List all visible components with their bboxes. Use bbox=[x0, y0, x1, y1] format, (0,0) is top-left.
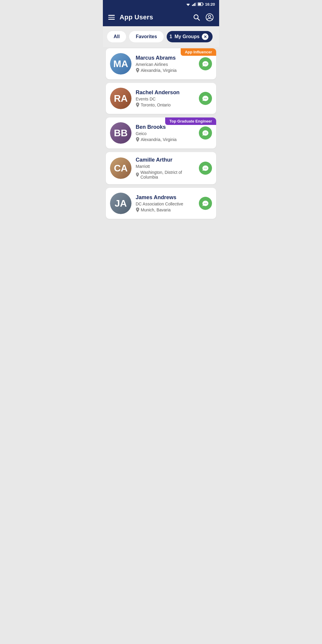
avatar: RA bbox=[110, 88, 131, 109]
chat-icon bbox=[202, 130, 209, 136]
user-location: Alexandria, Virginia bbox=[136, 137, 196, 142]
user-company: DC Association Collective bbox=[136, 202, 196, 206]
user-info: Marcus Abrams American Airlines Alexandr… bbox=[136, 55, 196, 73]
wifi-icon bbox=[186, 2, 191, 6]
svg-point-14 bbox=[205, 64, 206, 64]
avatar: BB bbox=[110, 122, 131, 144]
user-location: Toronto, Ontario bbox=[136, 103, 196, 107]
mygroups-close-icon[interactable]: ✕ bbox=[202, 33, 208, 40]
user-name: Marcus Abrams bbox=[136, 55, 196, 61]
chat-icon bbox=[202, 61, 209, 67]
user-badge: Top Graduate Engineer bbox=[165, 117, 216, 125]
location-icon bbox=[136, 137, 140, 142]
message-button[interactable] bbox=[199, 126, 212, 140]
profile-button[interactable] bbox=[205, 13, 214, 21]
svg-rect-7 bbox=[203, 4, 203, 5]
menu-button[interactable] bbox=[108, 15, 115, 20]
svg-point-27 bbox=[206, 203, 207, 204]
user-name: Ben Brooks bbox=[136, 124, 196, 130]
message-button[interactable] bbox=[199, 162, 212, 175]
location-icon bbox=[136, 172, 139, 177]
filter-all-button[interactable]: All bbox=[107, 31, 126, 42]
user-company: American Airlines bbox=[136, 62, 196, 67]
svg-point-23 bbox=[205, 168, 206, 168]
user-card[interactable]: CA Camille Arthur Marriott Washington, D… bbox=[106, 152, 216, 184]
mygroups-label: My Groups bbox=[175, 34, 200, 39]
user-badge: App Influencer bbox=[181, 48, 216, 56]
svg-point-18 bbox=[206, 98, 207, 99]
avatar: MA bbox=[110, 53, 131, 75]
svg-point-24 bbox=[206, 168, 207, 168]
user-name: Camille Arthur bbox=[136, 157, 196, 163]
chat-icon bbox=[202, 165, 209, 171]
svg-rect-4 bbox=[194, 3, 195, 6]
svg-rect-2 bbox=[192, 5, 193, 6]
message-button[interactable] bbox=[199, 92, 212, 105]
signal-icon bbox=[192, 2, 196, 6]
avatar: JA bbox=[110, 193, 131, 214]
svg-point-21 bbox=[206, 133, 207, 133]
user-company: Events DC bbox=[136, 97, 196, 101]
user-location: Alexandria, Virginia bbox=[136, 68, 196, 73]
page-title: App Users bbox=[120, 13, 192, 21]
message-button[interactable] bbox=[199, 57, 212, 70]
svg-point-17 bbox=[205, 98, 206, 99]
user-name: James Andrews bbox=[136, 194, 196, 201]
user-company: Marriott bbox=[136, 164, 196, 169]
user-card[interactable]: Top Graduate Engineer BB Ben Brooks Geic… bbox=[106, 117, 216, 148]
svg-point-25 bbox=[204, 203, 205, 204]
user-info: Camille Arthur Marriott Washington, Dist… bbox=[136, 157, 196, 179]
status-icons: 16:20 bbox=[186, 2, 215, 7]
svg-rect-8 bbox=[198, 3, 201, 5]
user-info: Rachel Anderson Events DC Toronto, Ontar… bbox=[136, 89, 196, 107]
svg-point-12 bbox=[208, 15, 211, 18]
search-button[interactable] bbox=[192, 13, 201, 21]
svg-point-19 bbox=[204, 133, 205, 133]
svg-rect-5 bbox=[196, 2, 196, 6]
filter-favorites-button[interactable]: Favorites bbox=[129, 31, 163, 42]
location-icon bbox=[136, 208, 140, 212]
chat-icon bbox=[202, 200, 209, 207]
svg-point-15 bbox=[206, 64, 207, 64]
location-icon bbox=[136, 68, 140, 73]
status-bar: 16:20 bbox=[103, 0, 219, 8]
user-list: App Influencer MA Marcus Abrams American… bbox=[103, 48, 219, 219]
time-display: 16:20 bbox=[205, 2, 215, 7]
message-button[interactable] bbox=[199, 197, 212, 210]
user-card[interactable]: RA Rachel Anderson Events DC Toronto, On… bbox=[106, 83, 216, 114]
filter-bar: All Favorites 1 My Groups ✕ bbox=[103, 26, 219, 47]
svg-point-16 bbox=[204, 98, 205, 99]
user-location: Munich, Bavaria bbox=[136, 208, 196, 212]
svg-line-10 bbox=[198, 18, 199, 20]
svg-point-20 bbox=[205, 133, 206, 133]
user-name: Rachel Anderson bbox=[136, 89, 196, 96]
avatar: CA bbox=[110, 157, 131, 179]
user-info: James Andrews DC Association Collective … bbox=[136, 194, 196, 212]
location-icon bbox=[136, 103, 140, 107]
chat-icon bbox=[202, 95, 209, 102]
filter-mygroups-button[interactable]: 1 My Groups ✕ bbox=[167, 31, 213, 42]
svg-point-26 bbox=[205, 203, 206, 204]
svg-point-13 bbox=[204, 64, 205, 64]
header: App Users bbox=[103, 8, 219, 26]
svg-rect-3 bbox=[193, 4, 194, 6]
user-info: Ben Brooks Geico Alexandria, Virginia bbox=[136, 124, 196, 142]
user-card[interactable]: JA James Andrews DC Association Collecti… bbox=[106, 188, 216, 219]
header-actions bbox=[192, 13, 214, 21]
svg-point-22 bbox=[204, 168, 205, 168]
battery-icon bbox=[198, 2, 204, 6]
user-card[interactable]: App Influencer MA Marcus Abrams American… bbox=[106, 48, 216, 79]
user-company: Geico bbox=[136, 131, 196, 136]
user-location: Washington, District of Columbia bbox=[136, 170, 196, 179]
group-count: 1 bbox=[170, 34, 172, 39]
